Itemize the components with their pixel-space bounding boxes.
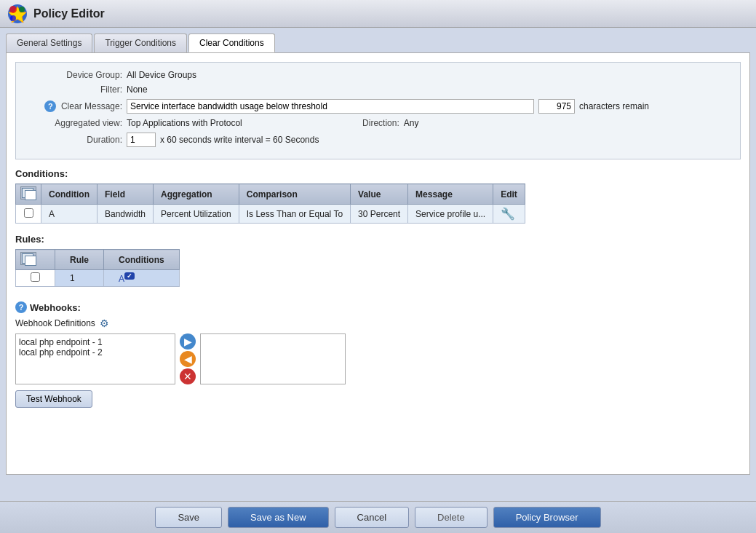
conditions-col-condition: Condition xyxy=(41,184,98,205)
rules-row-conditions: A✓ xyxy=(104,270,180,287)
title-bar: Policy Editor xyxy=(0,0,756,28)
cancel-button[interactable]: Cancel xyxy=(335,507,409,528)
aggregated-view-row: Aggregated view: Top Applications with P… xyxy=(28,118,728,128)
filter-value: None xyxy=(127,84,148,95)
tab-trigger-conditions[interactable]: Trigger Conditions xyxy=(94,33,187,52)
logo-icon xyxy=(7,4,28,24)
filter-row: Filter: None xyxy=(28,84,728,95)
wrench-icon[interactable]: 🔧 xyxy=(501,207,515,221)
device-group-row: Device Group: All Device Groups xyxy=(28,70,728,80)
test-webhook-button[interactable]: Test Webhook xyxy=(15,390,92,408)
filter-label: Filter: xyxy=(28,84,122,95)
webhook-row: local php endpoint - 1 local php endpoin… xyxy=(15,333,741,384)
webhook-delete-button[interactable]: ✕ xyxy=(180,368,196,384)
conditions-col-message: Message xyxy=(408,184,493,205)
duration-suffix: x 60 seconds write interval = 60 Seconds xyxy=(160,135,319,145)
svg-point-4 xyxy=(10,15,16,21)
svg-point-2 xyxy=(9,6,17,13)
duration-input[interactable] xyxy=(127,133,156,147)
tab-clear-conditions[interactable]: Clear Conditions xyxy=(188,33,275,52)
direction-label: Direction: xyxy=(305,118,399,128)
clear-message-label: ? Clear Message: xyxy=(28,100,122,112)
rules-row-rule: 1 xyxy=(55,270,104,287)
aggregated-view-value: Top Applications with Protocol xyxy=(127,118,242,128)
webhooks-section: ? Webhooks: Webhook Definitions ⚙ local … xyxy=(15,301,741,408)
save-button[interactable]: Save xyxy=(155,507,222,528)
webhook-add-button[interactable]: ▶ xyxy=(180,333,196,350)
conditions-row-aggregation: Percent Utilization xyxy=(154,205,239,224)
bottom-bar: Save Save as New Cancel Delete Policy Br… xyxy=(0,501,756,533)
chars-remain-input[interactable] xyxy=(538,99,575,114)
save-as-new-button[interactable]: Save as New xyxy=(228,507,329,528)
info-icon[interactable]: ? xyxy=(44,100,56,112)
copy-icon[interactable] xyxy=(20,186,36,200)
conditions-row-message: Service profile u... xyxy=(408,205,493,224)
conditions-col-value: Value xyxy=(351,184,408,205)
conditions-col-field: Field xyxy=(97,184,153,205)
webhooks-title: ? Webhooks: xyxy=(15,301,741,313)
conditions-row-value: 30 Percent xyxy=(351,205,408,224)
conditions-col-edit: Edit xyxy=(493,184,525,205)
aggregated-view-label: Aggregated view: xyxy=(28,118,122,128)
conditions-col-comparison: Comparison xyxy=(239,184,350,205)
delete-button[interactable]: Delete xyxy=(415,507,488,528)
rules-table-row: 1 A✓ xyxy=(16,270,180,287)
conditions-row-edit[interactable]: 🔧 xyxy=(493,205,525,224)
webhook-definitions-label: Webhook Definitions ⚙ xyxy=(15,317,741,329)
test-webhook-row: Test Webhook xyxy=(15,384,741,408)
tabs-row: General Settings Trigger Conditions Clea… xyxy=(6,33,750,52)
main-area: General Settings Trigger Conditions Clea… xyxy=(0,28,756,501)
conditions-row-checkbox[interactable] xyxy=(24,208,33,218)
rules-col-conditions: Conditions xyxy=(104,250,180,270)
duration-label: Duration: xyxy=(28,135,122,145)
tab-general-settings[interactable]: General Settings xyxy=(6,33,92,52)
form-section: Device Group: All Device Groups Filter: … xyxy=(15,62,741,159)
rules-col-rule: Rule xyxy=(55,250,104,270)
device-group-label: Device Group: xyxy=(28,70,122,80)
device-group-value: All Device Groups xyxy=(127,70,196,80)
rules-copy-icon[interactable] xyxy=(20,252,36,265)
rules-section: Rules: Rule Conditions xyxy=(15,234,741,287)
conditions-row-comparison: Is Less Than or Equal To xyxy=(239,205,350,224)
conditions-row-field: Bandwidth xyxy=(97,205,153,224)
svg-point-3 xyxy=(19,7,25,12)
page-title: Policy Editor xyxy=(33,7,105,20)
rules-row-checkbox[interactable] xyxy=(31,272,40,282)
rules-row-checkbox-cell xyxy=(16,270,55,287)
list-item[interactable]: local php endpoint - 2 xyxy=(19,347,172,358)
duration-row: Duration: x 60 seconds write interval = … xyxy=(28,133,728,147)
webhooks-info-icon[interactable]: ? xyxy=(15,301,27,313)
table-row: A Bandwidth Percent Utilization Is Less … xyxy=(16,205,525,224)
conditions-row-condition: A xyxy=(41,205,98,224)
conditions-row-checkbox-cell xyxy=(16,205,41,224)
rules-copy-icon-header[interactable] xyxy=(16,250,55,270)
conditions-col-aggregation: Aggregation xyxy=(154,184,239,205)
rules-header: Rules: xyxy=(15,234,741,245)
webhook-list[interactable]: local php endpoint - 1 local php endpoin… xyxy=(15,333,175,384)
conditions-badge: ✓ xyxy=(124,272,135,280)
conditions-copy-icon-header[interactable] xyxy=(16,184,41,205)
conditions-table: Condition Field Aggregation Comparison V… xyxy=(15,183,525,224)
webhook-remove-button[interactable]: ◀ xyxy=(180,351,196,367)
conditions-section: Conditions: Condition Field Aggregation … xyxy=(15,168,741,224)
direction-value: Any xyxy=(404,118,419,128)
content-panel: Device Group: All Device Groups Filter: … xyxy=(6,52,750,475)
gear-person-icon[interactable]: ⚙ xyxy=(100,317,109,329)
rules-table: Rule Conditions 1 A✓ xyxy=(15,249,180,287)
policy-browser-button[interactable]: Policy Browser xyxy=(493,507,601,528)
webhook-buttons: ▶ ◀ ✕ xyxy=(180,333,196,384)
clear-message-row: ? Clear Message: characters remain xyxy=(28,99,728,114)
webhook-output xyxy=(200,333,346,384)
list-item[interactable]: local php endpoint - 1 xyxy=(19,337,172,347)
clear-message-input[interactable] xyxy=(127,99,534,114)
conditions-header: Conditions: xyxy=(15,168,741,179)
chars-remain-label: characters remain xyxy=(579,101,649,111)
